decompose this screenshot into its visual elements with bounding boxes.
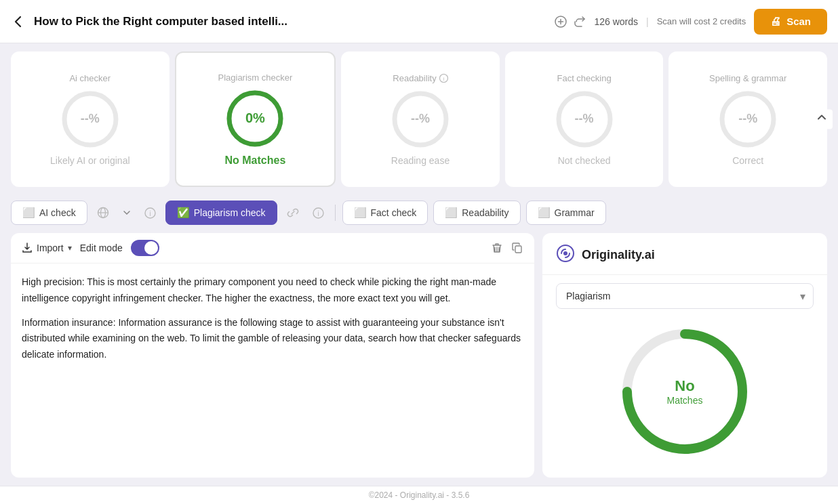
import-button[interactable]: Import ▾ [22,243,72,253]
editor-toolbar: Import ▾ Edit mode [11,233,534,264]
editor-content: High precision: This is most certainly t… [11,264,534,478]
toggle-knob [144,241,158,255]
upload-icon [22,243,33,253]
link-icon [287,207,299,219]
trash-icon [491,242,503,254]
spelling-grammar-card[interactable]: Spelling & grammar --% Correct [669,51,827,187]
results-body: No Matches [542,317,827,478]
add-icon-button[interactable] [555,16,567,28]
link-icon-button[interactable] [283,204,303,222]
editor-paragraph-2: Information insurance: Information assur… [22,315,523,363]
fact-checking-score: --% [575,112,594,126]
spelling-grammar-circle: --% [717,89,778,150]
fact-check-label: Fact check [371,207,417,218]
fact-checking-label: Not checked [558,155,611,166]
plagiarism-checker-score: 0% [245,110,265,126]
spelling-grammar-label: Correct [732,155,763,166]
readability-label: Readability [462,207,508,218]
ai-checker-label: Likely AI or original [50,155,130,166]
fact-checking-card[interactable]: Fact checking --% Not checked [505,51,664,187]
scan-button[interactable]: 🖨 Scan [754,9,827,35]
spelling-grammar-title: Spelling & grammar [709,73,786,83]
info-icon-button[interactable]: i [140,205,160,222]
svg-rect-15 [515,246,521,253]
svg-text:i: i [317,210,319,217]
copy-button[interactable] [511,242,523,254]
footer: ©2024 - Originality.ai - 3.5.6 [0,486,838,504]
scan-cost-label: Scan will cost 2 credits [657,16,746,26]
header: How to Pick the Right computer based int… [0,0,838,43]
fact-checking-title: Fact checking [557,73,611,83]
results-header: Originality.ai [542,233,827,275]
readability-title: Readability i [393,73,447,83]
plagiarism-checker-card[interactable]: Plagiarism checker 0% No Matches [175,51,336,187]
footer-text: ©2024 - Originality.ai - 3.5.6 [369,490,470,500]
edit-mode-label: Edit mode [80,243,123,253]
toolbar-info-icon: i [313,207,324,219]
back-icon [11,14,26,29]
edit-mode-toggle[interactable] [131,240,159,256]
dropdown-wrapper: Plagiarism AI Readability Fact checking … [556,283,814,309]
fact-check-icon: ⬜ [354,207,367,219]
share-button[interactable] [574,16,586,28]
back-button[interactable] [11,14,26,29]
results-dropdown[interactable]: Plagiarism AI Readability Fact checking … [556,283,814,309]
import-label: Import [37,243,64,253]
page-title: How to Pick the Right computer based int… [34,15,546,28]
grammar-button[interactable]: ⬜ Grammar [526,201,606,225]
svg-text:i: i [443,76,444,82]
originality-logo-icon [556,244,575,266]
ai-checker-score: --% [81,112,100,126]
main-content: Import ▾ Edit mode High precision: T [0,233,838,486]
chevron-up-icon [816,112,827,123]
import-caret-icon: ▾ [68,243,72,253]
copy-icon [511,242,523,254]
readability-card[interactable]: Readability i --% Reading ease [341,51,500,187]
plus-circle-icon [555,16,567,28]
plagiarism-checker-title: Plagiarism checker [218,72,292,83]
info-icon: i [144,207,156,219]
plagiarism-check-icon: ✅ [177,207,190,219]
big-circle-main-text: No [667,377,703,395]
readability-icon: ⬜ [445,207,458,219]
results-select[interactable]: Plagiarism AI Readability Fact checking … [556,283,814,309]
fact-checking-circle: --% [554,89,615,150]
big-circle-text: No Matches [667,377,703,406]
ai-checker-circle: --% [60,89,121,150]
editor-panel: Import ▾ Edit mode High precision: T [11,233,534,478]
ai-checker-card[interactable]: Ai checker --% Likely AI or original [11,51,169,187]
readability-info-icon: i [439,74,448,83]
header-actions [555,16,586,28]
toolbar-separator [335,205,336,221]
readability-label: Reading ease [391,155,450,166]
results-panel: Originality.ai Plagiarism AI Readability… [542,233,827,478]
plagiarism-check-button[interactable]: ✅ Plagiarism check [165,201,277,225]
globe-icon [97,207,109,219]
svg-text:i: i [149,210,151,217]
delete-button[interactable] [491,242,503,254]
fact-check-button[interactable]: ⬜ Fact check [342,201,428,225]
globe-dropdown-button[interactable] [119,206,135,219]
ai-check-icon: ⬜ [22,207,35,219]
scroll-up-button[interactable] [811,110,833,129]
plagiarism-check-label: Plagiarism check [194,207,266,218]
ai-check-button[interactable]: ⬜ AI check [11,201,87,225]
readability-circle: --% [390,89,451,150]
word-count: 126 words [594,16,638,27]
toolbar-info-icon-button[interactable]: i [308,205,328,222]
spelling-grammar-score: --% [738,112,757,126]
scan-button-label: Scan [786,16,811,27]
results-title: Originality.ai [582,248,655,262]
plagiarism-checker-label: No Matches [224,154,285,167]
header-separator: | [646,16,649,27]
caret-down-icon [123,209,131,217]
ai-check-label: AI check [39,207,76,218]
readability-score: --% [411,112,430,126]
svg-point-17 [563,251,567,255]
globe-icon-button[interactable] [93,204,113,222]
readability-button[interactable]: ⬜ Readability [433,201,520,225]
originality-icon [556,244,575,263]
scan-icon: 🖨 [770,16,781,28]
score-cards-row: Ai checker --% Likely AI or original Pla… [0,43,838,195]
plagiarism-checker-circle: 0% [224,88,285,149]
